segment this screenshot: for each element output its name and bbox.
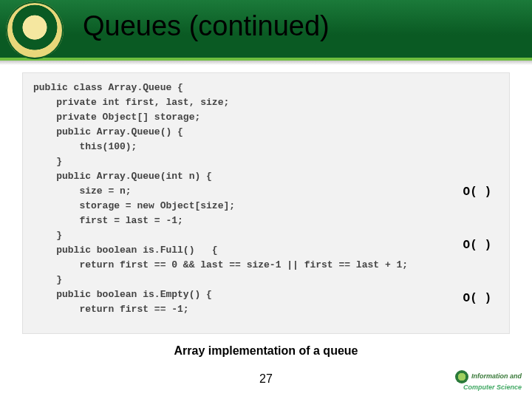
- slide-header: Queues (continued): [0, 0, 532, 61]
- complexity-annotation: O( ): [463, 239, 491, 252]
- university-seal-icon: [6, 1, 64, 59]
- slide-footer: 27 Information and Computer Science: [0, 372, 532, 399]
- slide-title: Queues (continued): [83, 10, 330, 42]
- code-lines: public class Array.Queue { private int f…: [33, 81, 499, 317]
- department-logo: Information and Computer Science: [455, 370, 522, 392]
- complexity-annotation: O( ): [463, 185, 491, 199]
- globe-icon: [455, 370, 468, 383]
- complexity-annotation: O( ): [463, 292, 491, 305]
- figure-caption: Array implementation of a queue: [0, 344, 532, 358]
- code-block: public class Array.Queue { private int f…: [22, 72, 510, 334]
- footer-brand-line2: Computer Science: [463, 383, 522, 391]
- footer-brand-line1: Information and: [471, 372, 522, 380]
- page-number: 27: [0, 372, 532, 386]
